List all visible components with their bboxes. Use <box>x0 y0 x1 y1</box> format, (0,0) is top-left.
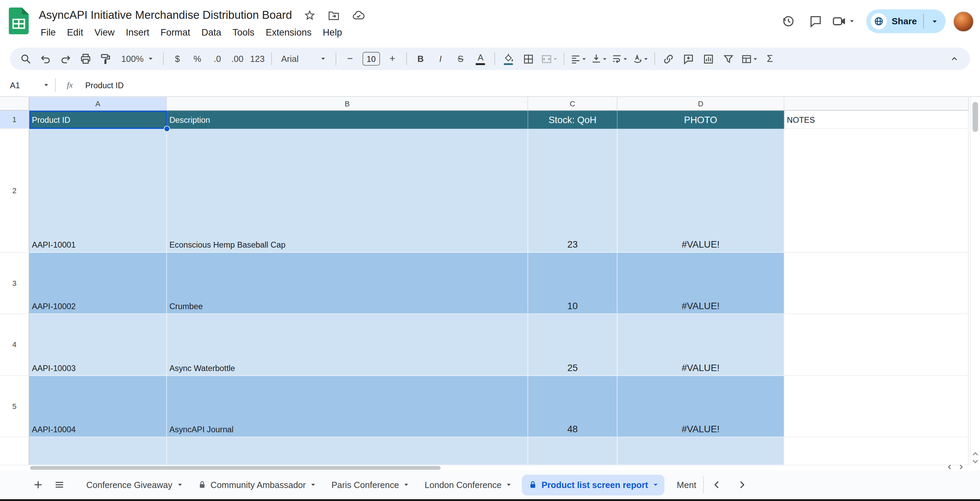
cell-B2[interactable]: Econscious Hemp Baseball Cap <box>167 129 528 253</box>
menu-insert[interactable]: Insert <box>120 25 155 39</box>
print-icon[interactable] <box>76 49 95 68</box>
increase-decimal-button[interactable]: .00 <box>228 49 247 68</box>
cell-A6[interactable] <box>29 437 167 466</box>
format-percent-button[interactable]: % <box>188 49 207 68</box>
cell-E1[interactable]: NOTES <box>784 111 969 129</box>
search-icon[interactable] <box>16 49 35 68</box>
horizontal-scrollbar[interactable] <box>0 466 970 471</box>
horizontal-align-button[interactable] <box>569 49 588 68</box>
cell-E4[interactable] <box>784 314 969 376</box>
zoom-select[interactable]: 100% <box>116 49 159 68</box>
col-header-a[interactable]: A <box>29 97 167 111</box>
cell-D3[interactable]: #VALUE! <box>617 253 784 314</box>
document-title[interactable]: AsyncAPI Initiative Merchandise Distribu… <box>38 9 292 22</box>
cell-C5[interactable]: 48 <box>528 376 618 437</box>
row-header-4[interactable]: 4 <box>0 314 29 376</box>
cell-B3[interactable]: Crumbee <box>167 253 528 314</box>
menu-file[interactable]: File <box>35 25 61 39</box>
strikethrough-button[interactable]: S <box>451 49 470 68</box>
sheets-logo-icon[interactable] <box>9 8 29 35</box>
comments-icon[interactable] <box>803 9 828 34</box>
cell-B1[interactable]: Description <box>167 111 528 129</box>
cloud-status-icon[interactable] <box>352 9 365 22</box>
cell-A3[interactable]: AAPI-10002 <box>29 253 167 314</box>
merge-cells-button[interactable] <box>539 49 559 68</box>
cell-A2[interactable]: AAPI-10001 <box>29 129 167 253</box>
bold-button[interactable]: B <box>411 49 430 68</box>
cell-D2[interactable]: #VALUE! <box>617 129 784 253</box>
insert-chart-icon[interactable] <box>699 49 718 68</box>
row-header-5[interactable]: 5 <box>0 376 29 437</box>
scroll-down-icon[interactable] <box>972 459 978 464</box>
move-folder-icon[interactable] <box>328 9 340 22</box>
borders-button[interactable] <box>519 49 538 68</box>
cell-A1[interactable]: Product ID <box>29 111 167 129</box>
font-family-select[interactable]: Arial <box>276 49 331 68</box>
increase-font-size-button[interactable]: + <box>383 49 402 68</box>
cell-A5[interactable]: AAPI-10004 <box>29 376 167 437</box>
undo-icon[interactable] <box>36 49 55 68</box>
tab-product-list-screen-report[interactable]: Product list screen report <box>522 474 664 495</box>
version-history-icon[interactable] <box>775 9 800 34</box>
cell-C2[interactable]: 23 <box>528 129 618 253</box>
name-box[interactable]: A1 <box>0 80 55 89</box>
menu-tools[interactable]: Tools <box>227 25 260 39</box>
redo-icon[interactable] <box>56 49 75 68</box>
cell-E5[interactable] <box>784 376 969 437</box>
decrease-font-size-button[interactable]: − <box>340 49 360 68</box>
cell-D5[interactable]: #VALUE! <box>617 376 784 437</box>
add-sheet-button[interactable] <box>27 474 49 495</box>
insert-comment-icon[interactable] <box>679 49 698 68</box>
table-views-button[interactable] <box>739 49 759 68</box>
cell-D1[interactable]: PHOTO <box>617 111 784 129</box>
formula-input[interactable]: Product ID <box>85 80 123 89</box>
horizontal-scrollbar-thumb[interactable] <box>30 466 441 470</box>
cell-C4[interactable]: 25 <box>528 314 618 376</box>
tab-truncated[interactable]: Ment <box>668 470 700 499</box>
menu-edit[interactable]: Edit <box>62 25 89 39</box>
italic-button[interactable]: I <box>431 49 450 68</box>
insert-link-icon[interactable] <box>659 49 678 68</box>
tabs-scroll-right-icon[interactable] <box>731 474 752 495</box>
format-currency-button[interactable]: $ <box>168 49 187 68</box>
star-icon[interactable] <box>304 9 316 21</box>
collapse-toolbar-icon[interactable] <box>945 49 964 68</box>
filter-icon[interactable] <box>719 49 738 68</box>
vertical-align-button[interactable] <box>589 49 609 68</box>
fill-handle[interactable] <box>164 126 170 132</box>
row-header-6[interactable] <box>0 437 29 466</box>
more-formats-button[interactable]: 123 <box>248 49 267 68</box>
tab-london-conference[interactable]: London Conference <box>416 470 519 499</box>
select-all-corner[interactable] <box>0 97 29 111</box>
tab-community-ambassador[interactable]: Community Ambassador <box>189 470 323 499</box>
cell-B5[interactable]: AsyncAPI Journal <box>167 376 528 437</box>
row-header-2[interactable]: 2 <box>0 129 29 253</box>
cell-C3[interactable]: 10 <box>528 253 618 314</box>
cell-E6[interactable] <box>784 437 969 466</box>
col-header-c[interactable]: C <box>528 97 618 111</box>
all-sheets-button[interactable] <box>49 474 70 495</box>
col-header-d[interactable]: D <box>617 97 784 111</box>
vertical-scrollbar[interactable] <box>970 97 980 466</box>
scroll-left-icon[interactable] <box>945 463 954 471</box>
scroll-up-icon[interactable] <box>972 451 978 456</box>
menu-extensions[interactable]: Extensions <box>260 25 317 39</box>
cell-B4[interactable]: Async Waterbottle <box>167 314 528 376</box>
text-color-button[interactable]: A <box>471 49 490 68</box>
row-header-3[interactable]: 3 <box>0 253 29 314</box>
menu-data[interactable]: Data <box>196 25 227 39</box>
paint-format-icon[interactable] <box>96 49 115 68</box>
cell-E2[interactable] <box>784 129 969 253</box>
cell-C1[interactable]: Stock: QoH <box>528 111 618 129</box>
share-dropdown-button[interactable] <box>924 18 945 25</box>
menu-help[interactable]: Help <box>317 25 347 39</box>
cell-C6[interactable] <box>528 437 618 466</box>
menu-view[interactable]: View <box>89 25 120 39</box>
cell-E3[interactable] <box>784 253 969 314</box>
tabs-scroll-left-icon[interactable] <box>706 474 727 495</box>
menu-format[interactable]: Format <box>155 25 196 39</box>
font-size-input[interactable]: 10 <box>363 52 380 65</box>
decrease-decimal-button[interactable]: .0 <box>208 49 227 68</box>
row-header-1[interactable]: 1 <box>0 111 29 129</box>
fill-color-button[interactable] <box>499 49 518 68</box>
